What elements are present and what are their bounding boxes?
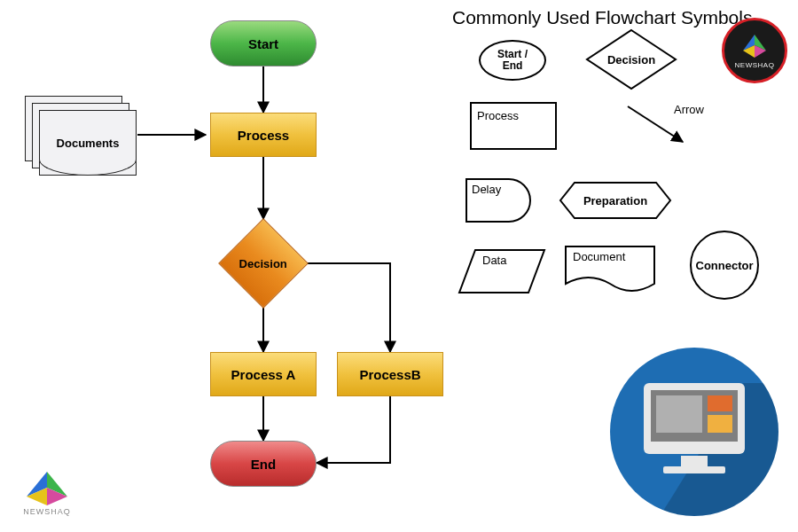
legend-decision-label: Decision (585, 28, 677, 90)
brand-logo-small: NEWSHAQ (16, 470, 78, 516)
brand-badge-text: NEWSHAQ (735, 61, 775, 69)
legend-document-label: Document (573, 250, 625, 263)
legend-preparation: Preparation (559, 181, 672, 220)
flow-process: Process (210, 113, 317, 157)
legend-delay: Delay (465, 177, 536, 223)
legend-start-end: Start / End (479, 40, 546, 81)
flow-process-a-label: Process A (231, 367, 296, 382)
legend-delay-label: Delay (472, 183, 501, 196)
legend-process-label: Process (477, 109, 519, 122)
flow-documents: Documents (25, 96, 140, 176)
computer-icon (610, 348, 778, 516)
brand-logo-icon (23, 470, 71, 507)
legend-title: Commonly Used Flowchart Symbols (452, 7, 752, 28)
legend-arrow: Arrow (621, 99, 709, 153)
legend-start-end-label: Start / End (497, 49, 528, 72)
flow-decision-label: Decision (239, 257, 287, 270)
legend-arrow-label: Arrow (674, 103, 704, 116)
legend-preparation-label: Preparation (559, 181, 672, 220)
legend-connector: Connector (690, 231, 759, 300)
legend-data: Data (458, 248, 546, 294)
brand-badge: NEWSHAQ (722, 18, 787, 83)
flow-process-a: Process A (210, 352, 317, 396)
legend-document: Document (564, 245, 656, 298)
legend-data-label: Data (482, 254, 506, 267)
brand-logo-text: NEWSHAQ (16, 507, 78, 516)
legend-decision: Decision (585, 28, 677, 90)
flow-start: Start (210, 20, 317, 66)
flow-process-label: Process (238, 128, 289, 143)
flow-documents-label: Documents (57, 137, 120, 150)
flow-end-label: End (251, 457, 276, 472)
flow-process-b: ProcessB (337, 352, 443, 396)
flow-process-b-label: ProcessB (359, 367, 420, 382)
flow-decision: Decision (219, 219, 308, 308)
flow-end: End (210, 441, 317, 487)
brand-badge-icon (741, 33, 768, 59)
legend-connector-label: Connector (696, 259, 754, 272)
flow-start-label: Start (248, 36, 278, 51)
legend-process: Process (470, 102, 557, 150)
